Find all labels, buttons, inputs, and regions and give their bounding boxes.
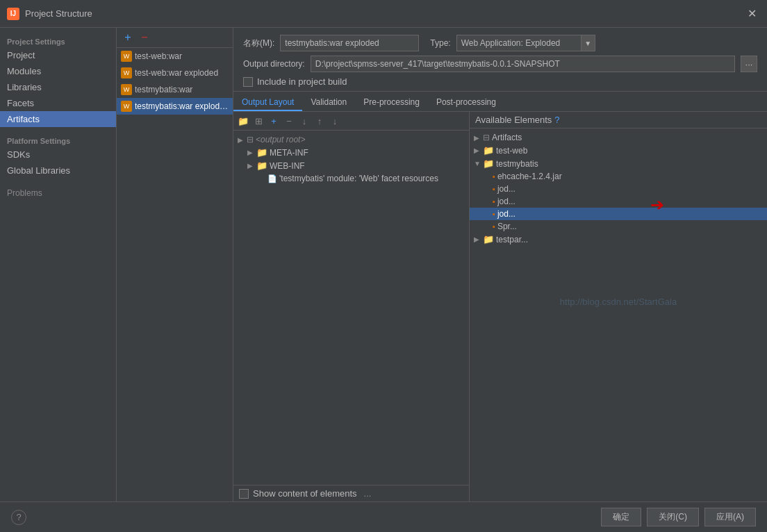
show-content-more[interactable]: ... (364, 488, 372, 499)
sidebar-item-facets[interactable]: Facets (0, 95, 116, 111)
remove-artifact-button[interactable]: − (138, 31, 151, 44)
sidebar-item-modules[interactable]: Modules (0, 63, 116, 79)
type-select-arrow[interactable]: ▼ (581, 35, 595, 51)
type-select[interactable]: Web Application: Exploded ▼ (456, 35, 595, 51)
move-down2-btn[interactable]: ↓ (328, 114, 342, 128)
content-area: 📁 ⊞ + − ↓ ↑ ↓ ▶ ⊟ <output root> ▶ (233, 112, 767, 501)
artifact-icon: W (121, 51, 132, 62)
right-tree-node-testmybatis[interactable]: ▼ 📁 testmybatis (470, 157, 767, 170)
artifact-form: 名称(M): Type: Web Application: Exploded ▼… (233, 28, 767, 92)
jar-icon: ▪ (493, 185, 495, 193)
include-in-build-label: Include in project build (257, 76, 347, 87)
node-label: 'testmybatis' module: 'Web' facet resour… (279, 174, 438, 183)
tab-pre-processing[interactable]: Pre-processing (355, 94, 428, 111)
available-elements-help[interactable]: ? (554, 115, 559, 125)
remove-btn[interactable]: − (282, 114, 296, 128)
folder-add-btn[interactable]: 📁 (236, 114, 250, 128)
add-btn[interactable]: + (267, 114, 281, 128)
tab-post-processing[interactable]: Post-processing (428, 94, 504, 111)
include-in-build-checkbox[interactable] (243, 77, 253, 87)
confirm-button[interactable]: 确定 (601, 508, 641, 526)
right-tree-content: ▶ ⊟ Artifacts ▶ 📁 test-web ▼ 📁 testmybat… (470, 128, 767, 501)
output-dir-input[interactable] (311, 56, 735, 72)
add-artifact-button[interactable]: + (121, 31, 135, 44)
folder-icon: 📁 (483, 234, 494, 244)
output-layout-tree: 📁 ⊞ + − ↓ ↑ ↓ ▶ ⊟ <output root> ▶ (233, 112, 470, 501)
tree-node-meta-inf[interactable]: ▶ 📁 META-INF (233, 146, 469, 159)
right-tree-node-jod1[interactable]: ▪ jod... (470, 183, 767, 195)
title-bar: IJ Project Structure ✕ (0, 0, 767, 28)
artifact-list: W test-web:war W test-web:war exploded W… (117, 48, 233, 501)
sidebar-item-artifacts[interactable]: Artifacts (0, 111, 116, 127)
folder-icon: 📁 (483, 145, 494, 156)
type-select-value: Web Application: Exploded (457, 37, 581, 49)
tree-node-web-facet-resources[interactable]: 📄 'testmybatis' module: 'Web' facet reso… (233, 172, 469, 185)
close-button[interactable]: 关闭(C) (647, 508, 699, 526)
main-container: Project Settings Project Modules Librari… (0, 28, 767, 501)
right-tree-node-jod3[interactable]: ▪ jod... (470, 208, 767, 220)
close-button[interactable]: ✕ (743, 6, 760, 22)
red-arrow-indicator: ➔ (650, 195, 664, 215)
expand-arrow: ▶ (474, 134, 481, 142)
tree-node-output-root[interactable]: ▶ ⊟ <output root> (233, 133, 469, 146)
jar-icon: ▪ (493, 197, 495, 206)
sidebar-item-global-libraries[interactable]: Global Libraries (0, 163, 116, 178)
name-input[interactable] (280, 35, 419, 51)
right-tree-node-ehcache[interactable]: ▪ ehcache-1.2.4.jar (470, 170, 767, 183)
node-label: jod... (497, 197, 516, 206)
middle-panel: + − W test-web:war W test-web:war explod… (117, 28, 233, 501)
tab-output-layout[interactable]: Output Layout (233, 94, 302, 111)
jar-icon: ▪ (493, 172, 495, 181)
right-tree-node-test-web[interactable]: ▶ 📁 test-web (470, 144, 767, 157)
artifact-icon: W (121, 101, 132, 112)
tree-content: ▶ ⊟ <output root> ▶ 📁 META-INF ▶ 📁 WEB-I… (233, 131, 469, 485)
footer: ? 确定 关闭(C) 应用(A) (0, 501, 767, 532)
right-tree-node-jod2[interactable]: ▪ jod... (470, 195, 767, 208)
artifact-item-testmybatis-war[interactable]: W testmybatis:war (117, 81, 233, 98)
node-label: Artifacts (492, 133, 522, 142)
node-label: META-INF (270, 148, 308, 158)
right-tree-node-artifacts[interactable]: ▶ ⊟ Artifacts (470, 131, 767, 144)
project-settings-label: Project Settings (0, 33, 116, 47)
expand-arrow: ▶ (474, 235, 481, 243)
sidebar: Project Settings Project Modules Librari… (0, 28, 117, 501)
sidebar-item-sdks[interactable]: SDKs (0, 147, 116, 163)
folder-icon: 📁 (256, 160, 267, 171)
apply-button[interactable]: 应用(A) (704, 508, 756, 526)
show-content-checkbox[interactable] (239, 489, 249, 499)
output-dir-browse-button[interactable]: ··· (741, 56, 757, 72)
window-title: Project Structure (25, 8, 92, 19)
sidebar-item-problems[interactable]: Problems (0, 184, 116, 202)
node-label: WEB-INF (270, 161, 305, 171)
name-label: 名称(M): (243, 38, 274, 49)
help-button[interactable]: ? (11, 510, 26, 525)
folder-icon: 📁 (256, 147, 267, 158)
move-down-btn[interactable]: ↓ (297, 114, 311, 128)
right-panel: 名称(M): Type: Web Application: Exploded ▼… (233, 28, 767, 501)
move-up-btn[interactable]: ↑ (313, 114, 327, 128)
artifact-item-test-web-war[interactable]: W test-web:war (117, 48, 233, 65)
structure-add-btn[interactable]: ⊞ (251, 114, 265, 128)
artifact-name: testmybatis:war exploded (135, 101, 229, 111)
artifact-item-test-web-war-exploded[interactable]: W test-web:war exploded (117, 65, 233, 81)
expand-arrow: ▶ (474, 147, 481, 154)
tree-node-web-inf[interactable]: ▶ 📁 WEB-INF (233, 159, 469, 172)
node-icon: ⊟ (483, 133, 490, 142)
footer-left: ? (11, 510, 26, 525)
node-label: <output root> (256, 135, 305, 144)
node-label: testpar... (496, 235, 528, 244)
middle-toolbar: + − (117, 28, 233, 48)
app-logo: IJ (7, 8, 19, 20)
artifact-item-testmybatis-war-exploded[interactable]: W testmybatis:war exploded (117, 98, 233, 115)
node-label: ehcache-1.2.4.jar (497, 172, 562, 181)
right-tree-node-spr[interactable]: ▪ Spr... (470, 220, 767, 233)
expand-arrow: ▶ (247, 162, 254, 169)
bottom-section: Show content of elements ... (233, 485, 469, 501)
file-icon: 📄 (267, 174, 277, 183)
tab-validation[interactable]: Validation (302, 94, 355, 111)
sidebar-item-libraries[interactable]: Libraries (0, 79, 116, 95)
include-in-build-row: Include in project build (243, 76, 757, 87)
folder-icon: 📁 (483, 158, 494, 169)
right-tree-node-testpar[interactable]: ▶ 📁 testpar... (470, 233, 767, 246)
sidebar-item-project[interactable]: Project (0, 47, 116, 63)
